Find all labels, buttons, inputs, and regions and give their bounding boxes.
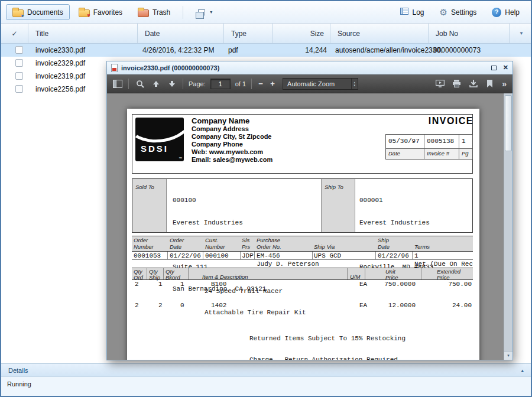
row-title: invoice2256.pdf (35, 83, 85, 96)
zoom-in-button[interactable]: + (267, 79, 278, 88)
row-checkbox[interactable] (15, 59, 23, 67)
sidebar-toggle-button[interactable] (110, 77, 125, 91)
view-mode-dropdown-button[interactable]: ▾ (189, 4, 219, 20)
print-button[interactable] (449, 77, 464, 91)
status-bar: Running (1, 376, 531, 396)
collapse-up-icon[interactable]: ▴ (521, 367, 524, 373)
select-column-header[interactable]: ✓ (1, 24, 28, 43)
item-code: 1402 (211, 302, 226, 310)
page-number-input[interactable] (210, 79, 231, 89)
help-label: Help (505, 8, 520, 17)
order-attention: Judy D. Peterson (257, 261, 319, 268)
page-down-button[interactable] (164, 77, 179, 91)
column-filter-dropdown-icon[interactable]: ▼ (519, 24, 524, 43)
item-qty-ord: 2 (135, 281, 139, 288)
presentation-mode-button[interactable] (433, 77, 447, 91)
scroll-down-button[interactable]: ▾ (504, 351, 512, 360)
viewer-title: invoice2330.pdf (000000000073) (121, 64, 219, 71)
pdf-scrollbar[interactable]: ▾ (504, 93, 512, 360)
item-code: B100 (211, 281, 226, 288)
row-checkbox[interactable] (15, 46, 23, 54)
restocking-note: Returned Items Subject To 15% Restocking… (249, 321, 406, 360)
invoice-page-label: Pg (459, 148, 472, 159)
row-checkbox[interactable] (15, 72, 23, 80)
download-button[interactable] (466, 77, 481, 91)
page-label: Page: (189, 80, 206, 87)
company-email: Email: sales@myweb.com (192, 156, 273, 164)
log-label: Log (412, 8, 424, 17)
item-unit-price: 12.0000 (368, 302, 416, 310)
company-address: Company Address (192, 125, 273, 133)
invoice-number-value: 0005138 (424, 135, 459, 148)
help-icon: ? (492, 8, 501, 17)
maximize-button[interactable] (491, 66, 497, 70)
item-qty-ship: 2 (158, 302, 163, 310)
row-checkbox[interactable] (15, 85, 23, 93)
invoice-number-label: Invoice # (424, 148, 459, 159)
check-icon: ✓ (11, 30, 17, 38)
pdf-page: SDSI ™ Company Name Company Address Comp… (127, 109, 479, 360)
invoice-date-label: Date (386, 148, 424, 159)
documents-folder-icon: ▸ (12, 9, 24, 17)
item-um: EA (359, 281, 367, 288)
column-header-type[interactable]: Type (224, 24, 273, 43)
zoom-select[interactable]: Automatic Zoom ▴ ▾ (283, 78, 358, 90)
zoom-out-button[interactable]: − (255, 79, 266, 88)
folder-arrow-icon: ▸ (21, 13, 24, 18)
table-row[interactable]: invoice2330.pdf 4/26/2016, 4:22:32 PM pd… (1, 44, 531, 57)
sold-ship-box: Sold To 000100 Everest Industries 123 Ma… (132, 178, 473, 233)
scrollbar-thumb[interactable] (505, 95, 512, 151)
main-toolbar: ▸ Documents ♥ Favorites Trash ▾ (1, 1, 531, 24)
trash-folder-icon (138, 9, 149, 17)
documents-button[interactable]: ▸ Documents (6, 4, 70, 20)
documents-label: Documents (27, 8, 63, 17)
toolbar-left-group: ▸ Documents ♥ Favorites Trash ▾ (6, 4, 219, 20)
sls-prs-value: JDP (242, 252, 254, 260)
favorites-label: Favorites (93, 8, 122, 17)
item-description: 24 Speed Trail Racer (205, 288, 283, 295)
copy-icon (198, 9, 205, 15)
terms-detail: Net (Due On Rec (414, 261, 473, 268)
select-spinner-icon: ▴ ▾ (351, 79, 358, 89)
row-job-no: 000000000073 (433, 44, 481, 57)
cust-number-value: 000100 (205, 252, 229, 260)
sold-to-label: Sold To (135, 184, 154, 190)
favorites-button[interactable]: ♥ Favorites (72, 4, 129, 20)
column-header-date[interactable]: Date (138, 24, 224, 43)
more-tools-button[interactable]: » (502, 79, 507, 89)
column-header-job-no[interactable]: Job No (429, 24, 510, 43)
item-ext-price: 750.00 (424, 281, 472, 288)
company-city: Company City, St Zipcode (192, 133, 273, 141)
terms-value: 1 (414, 252, 419, 260)
search-button[interactable] (132, 77, 147, 91)
toolbar-separator (128, 79, 129, 89)
company-block: Company Name Company Address Company Cit… (192, 116, 273, 164)
column-header-size[interactable]: Size (273, 24, 330, 43)
details-panel-bar[interactable]: Details ▴ (1, 363, 531, 376)
item-qty-ord: 2 (135, 302, 139, 310)
close-button[interactable]: ✕ (503, 64, 508, 71)
log-button[interactable]: Log (394, 4, 430, 20)
column-header-source[interactable]: Source (330, 24, 429, 43)
row-source: autosend/acme/allen/invoice2330. (335, 44, 442, 57)
help-button[interactable]: ? Help (485, 4, 526, 20)
scroll-down-icon: ▾ (507, 353, 510, 358)
page-count-label: of 1 (235, 80, 246, 87)
log-icon (400, 8, 408, 17)
invoice-meta-box: 05/30/97 0005138 1 Date Invoice # Pg (385, 134, 473, 160)
pdf-content-area: SDSI ™ Company Name Company Address Comp… (107, 93, 512, 360)
bookmark-button[interactable] (482, 77, 497, 91)
pdf-toolbar-right: » (433, 77, 510, 91)
trash-button[interactable]: Trash (131, 4, 177, 20)
item-qty-bkord: 0 (180, 302, 184, 310)
viewer-titlebar[interactable]: invoice2330.pdf (000000000073) ✕ (107, 61, 512, 74)
company-phone: Company Phone (192, 141, 273, 148)
invoice-page-value: 1 (459, 135, 472, 148)
ship-date-value: 01/22/96 (378, 252, 409, 260)
page-up-button[interactable] (148, 77, 163, 91)
viewer-window-controls: ✕ (491, 64, 508, 71)
column-header-title[interactable]: Title (28, 24, 138, 43)
pdf-file-icon (111, 64, 118, 72)
caret-down-icon: ▾ (210, 9, 212, 15)
settings-button[interactable]: ⚙ Settings (433, 4, 484, 20)
